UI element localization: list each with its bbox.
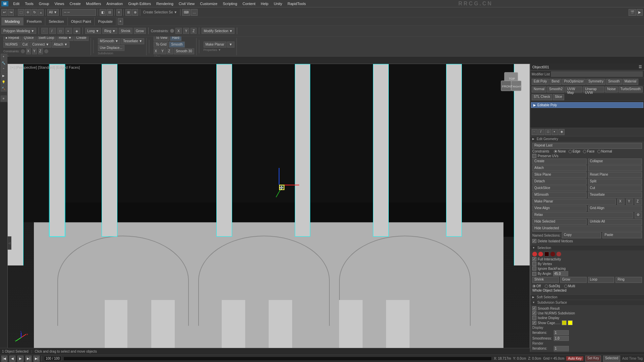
cy-btn[interactable]: Y [32,48,37,54]
iterations-input[interactable] [554,330,569,335]
planar-dropdown[interactable]: ▼ [227,42,234,48]
constraint-normal-radio[interactable]: Normal [597,149,612,153]
menu-group[interactable]: Group [36,1,52,6]
vertex-mode-btn[interactable]: · [41,28,48,34]
soft-selection-title[interactable]: ▶ Soft Selection [530,295,644,300]
panel-options-btn[interactable]: ☰ [639,65,642,69]
prooptimizer-btn[interactable]: ProOptimizer [562,79,586,85]
play-btn[interactable]: ▶ [17,356,23,362]
by-angle-input[interactable] [553,271,568,276]
set-key-btn[interactable]: Set Key [585,356,601,362]
cage-color-1[interactable] [562,320,567,325]
render-btn[interactable]: ▶ [637,9,643,16]
reset-plane-btn[interactable]: Reset Plane [588,172,642,178]
cut-btn[interactable]: Cut [20,42,30,48]
msmooth-btn[interactable]: MSmooth ▼ [98,38,120,44]
tab-selection[interactable]: Selection [45,17,67,25]
render-settings[interactable]: 🎬 [629,9,636,16]
next-frame-btn[interactable]: ▶| [25,356,32,362]
toolbar-extra[interactable]: … [191,9,198,16]
connect-btn[interactable]: Connect ▼ [30,42,51,48]
grid-align-btn[interactable]: Grid Align [588,205,642,212]
tessellate-panel-btn[interactable]: Tessellate [588,192,642,198]
menu-tools[interactable]: Tools [22,1,36,6]
select-filter[interactable]: All ▼ [47,9,59,16]
tab-freeform[interactable]: Freeform [23,17,46,25]
makeplanar-panel-btn[interactable]: Make Planar [532,199,616,205]
menu-animation[interactable]: Animation [104,1,125,6]
shrink-sel-btn[interactable]: Shrink [532,277,559,283]
relax-settings-btn[interactable]: ⚙ [635,212,642,218]
named-sel-paste-btn[interactable]: Paste [602,232,642,238]
attach-btn[interactable]: Attach ▼ [52,42,69,48]
selection-title[interactable]: ▼ Selection [530,245,644,250]
border-icon-btn[interactable]: □ [545,129,551,135]
tab-modeling[interactable]: Modeling [1,17,23,25]
move-btn[interactable]: ✛ [25,9,31,16]
delete-isolated-check[interactable] [532,239,536,243]
cz-btn[interactable]: Z [38,48,43,54]
vertex-icon-btn[interactable]: · [532,129,538,135]
menu-help[interactable]: Help [258,1,271,6]
hide-selected-btn[interactable]: Hide Selected [532,219,587,225]
frame-display[interactable]: 100 / 100 [44,356,61,361]
preserve-uv-btn[interactable] [44,49,48,53]
sel-edge-dot[interactable] [538,252,543,256]
mp-x-btn[interactable]: X [617,199,625,205]
sidebar-display[interactable]: 💡 [1,79,7,85]
cut-panel-btn[interactable]: Cut [588,185,642,191]
by-angle-check[interactable] [532,272,536,276]
ring-sel-btn[interactable]: Ring [615,277,642,283]
smooth-btn[interactable]: Smooth [169,42,184,48]
redo-btn[interactable]: ↪ [8,9,14,16]
edge-icon-btn[interactable]: / [538,129,544,135]
ignore-backfacing-check[interactable] [532,266,536,270]
add-time-tag[interactable]: Add Time Tag [622,357,643,360]
sidebar-utilities[interactable]: 🔨 [1,85,7,92]
sidebar-motion[interactable]: ▶ [1,73,7,79]
poly-icon-btn[interactable]: ▪ [552,129,558,135]
relax-btn[interactable]: Relax ▼ [57,37,73,41]
by-vertex-check[interactable] [532,262,536,266]
element-mode-btn[interactable]: ◈ [73,28,80,34]
prev-frame-btn[interactable]: ◀ [9,356,15,362]
named-selection[interactable]: ─ ─ [62,9,96,16]
sidebar-scene-explorer[interactable]: ≡ [1,96,7,102]
constraint-edge-radio[interactable]: Edge [569,149,580,153]
modify-selection-dropdown[interactable]: Modify Selection ▼ [202,28,234,34]
shrink-btn[interactable]: Shrink [119,28,132,34]
viewport[interactable]: [+] [Perspective] [Standard] [Edged Face… [7,64,530,352]
undo-btn[interactable]: ↩ [1,9,7,16]
smoothness-input[interactable] [554,336,569,341]
mirror-btn[interactable]: ◧ [100,9,106,16]
poly-modeling-dropdown[interactable]: Polygon Modeling ▼ [1,28,36,34]
constraint-x[interactable]: X [175,28,182,34]
normal-btn[interactable]: Normal [532,86,546,93]
kbd-shortcuts[interactable]: ⌨ [182,9,190,16]
constraint-face-radio[interactable]: Face [583,149,594,153]
mp-y-btn[interactable]: Y [626,199,633,205]
named-sel-copy-btn[interactable]: Copy [562,232,601,238]
sidebar-modify[interactable]: 🔧 [1,60,7,66]
view-align-btn[interactable]: View Align [532,205,587,212]
constraint-y[interactable]: Y [183,28,190,34]
qslice-btn[interactable]: QSlice [22,37,36,41]
scale-btn[interactable]: ⟁ [38,9,44,16]
slice-plane-btn[interactable]: Slice Plane [532,172,587,178]
noise-btn[interactable]: Noise [605,86,618,93]
mp-z-btn[interactable]: Z [635,199,642,205]
use-displace-btn[interactable]: Use Displace... [98,45,124,51]
turbosmooth-btn[interactable]: TurboSmooth [619,86,643,93]
render-iter-input[interactable] [554,346,569,351]
long-dropdown[interactable]: Long ▼ [85,28,101,34]
snap-btn[interactable]: ⊕ [132,9,138,16]
loop-sel-btn[interactable]: Loop [588,277,614,283]
menu-views[interactable]: Views [52,1,67,6]
xyz-y-btn[interactable]: Y [160,48,166,54]
modifier-list-dropdown[interactable] [551,71,643,77]
make-planar-btn[interactable]: Make Planar [204,42,226,48]
smooth2-btn[interactable]: Smooth2 [547,86,565,93]
viewport-expand-btn[interactable]: ◁ [7,236,11,250]
render-smooth-input[interactable] [554,352,569,352]
timeline-track[interactable] [63,357,492,361]
